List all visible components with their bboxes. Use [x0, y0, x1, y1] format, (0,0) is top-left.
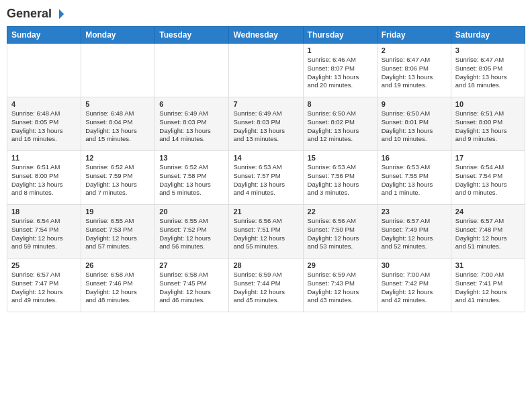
- day-number: 5: [85, 100, 150, 108]
- day-info: Sunrise: 6:49 AM Sunset: 8:03 PM Dayligh…: [233, 109, 298, 144]
- day-number: 6: [159, 100, 224, 108]
- calendar-cell: 25Sunrise: 6:57 AM Sunset: 7:47 PM Dayli…: [7, 259, 81, 312]
- calendar-cell: 27Sunrise: 6:58 AM Sunset: 7:45 PM Dayli…: [155, 259, 229, 312]
- day-number: 26: [85, 261, 150, 269]
- day-number: 21: [233, 208, 298, 216]
- logo-text: General: [7, 7, 65, 21]
- calendar-cell: 13Sunrise: 6:52 AM Sunset: 7:58 PM Dayli…: [155, 151, 229, 205]
- day-number: 31: [455, 261, 521, 269]
- day-info: Sunrise: 6:55 AM Sunset: 7:52 PM Dayligh…: [159, 217, 224, 251]
- day-info: Sunrise: 6:51 AM Sunset: 8:00 PM Dayligh…: [11, 163, 77, 197]
- calendar-cell: 14Sunrise: 6:53 AM Sunset: 7:57 PM Dayli…: [229, 151, 303, 205]
- day-info: Sunrise: 7:00 AM Sunset: 7:41 PM Dayligh…: [455, 271, 521, 305]
- calendar-cell: 1Sunrise: 6:46 AM Sunset: 8:07 PM Daylig…: [303, 44, 377, 97]
- calendar-cell: 2Sunrise: 6:47 AM Sunset: 8:06 PM Daylig…: [377, 44, 451, 97]
- day-number: 18: [11, 208, 77, 216]
- day-info: Sunrise: 6:58 AM Sunset: 7:45 PM Dayligh…: [159, 271, 224, 305]
- calendar-cell: 23Sunrise: 6:57 AM Sunset: 7:49 PM Dayli…: [377, 205, 451, 259]
- day-number: 8: [308, 100, 373, 108]
- calendar-cell: [81, 44, 155, 97]
- day-info: Sunrise: 6:46 AM Sunset: 8:07 PM Dayligh…: [308, 56, 373, 90]
- day-info: Sunrise: 6:57 AM Sunset: 7:47 PM Dayligh…: [11, 271, 77, 305]
- day-info: Sunrise: 6:53 AM Sunset: 7:56 PM Dayligh…: [308, 163, 373, 197]
- col-header-wednesday: Wednesday: [229, 27, 303, 44]
- day-info: Sunrise: 6:53 AM Sunset: 7:57 PM Dayligh…: [233, 163, 298, 197]
- day-number: 23: [382, 208, 447, 216]
- day-number: 30: [382, 261, 447, 269]
- day-info: Sunrise: 6:50 AM Sunset: 8:02 PM Dayligh…: [308, 109, 373, 144]
- col-header-sunday: Sunday: [7, 27, 81, 44]
- day-info: Sunrise: 6:56 AM Sunset: 7:51 PM Dayligh…: [233, 217, 298, 251]
- calendar-cell: 19Sunrise: 6:55 AM Sunset: 7:53 PM Dayli…: [81, 205, 155, 259]
- calendar-cell: 6Sunrise: 6:49 AM Sunset: 8:03 PM Daylig…: [155, 97, 229, 151]
- day-info: Sunrise: 6:47 AM Sunset: 8:05 PM Dayligh…: [455, 56, 521, 90]
- day-info: Sunrise: 6:56 AM Sunset: 7:50 PM Dayligh…: [308, 217, 373, 251]
- day-number: 10: [455, 100, 521, 108]
- col-header-tuesday: Tuesday: [155, 27, 229, 44]
- calendar-cell: [7, 44, 81, 97]
- calendar-cell: 21Sunrise: 6:56 AM Sunset: 7:51 PM Dayli…: [229, 205, 303, 259]
- calendar-cell: 29Sunrise: 6:59 AM Sunset: 7:43 PM Dayli…: [303, 259, 377, 312]
- day-info: Sunrise: 6:55 AM Sunset: 7:53 PM Dayligh…: [85, 217, 150, 251]
- calendar-cell: 17Sunrise: 6:54 AM Sunset: 7:54 PM Dayli…: [451, 151, 525, 205]
- calendar-cell: 8Sunrise: 6:50 AM Sunset: 8:02 PM Daylig…: [303, 97, 377, 151]
- day-number: 19: [85, 208, 150, 216]
- calendar-table: SundayMondayTuesdayWednesdayThursdayFrid…: [7, 26, 525, 312]
- day-number: 14: [233, 154, 298, 162]
- day-info: Sunrise: 6:54 AM Sunset: 7:54 PM Dayligh…: [11, 217, 77, 251]
- day-info: Sunrise: 6:57 AM Sunset: 7:49 PM Dayligh…: [382, 217, 447, 251]
- day-number: 24: [455, 208, 521, 216]
- calendar-cell: 24Sunrise: 6:57 AM Sunset: 7:48 PM Dayli…: [451, 205, 525, 259]
- calendar-cell: [229, 44, 303, 97]
- calendar-cell: 20Sunrise: 6:55 AM Sunset: 7:52 PM Dayli…: [155, 205, 229, 259]
- day-number: 7: [233, 100, 298, 108]
- calendar-cell: 3Sunrise: 6:47 AM Sunset: 8:05 PM Daylig…: [451, 44, 525, 97]
- calendar-cell: 30Sunrise: 7:00 AM Sunset: 7:42 PM Dayli…: [377, 259, 451, 312]
- calendar-cell: 18Sunrise: 6:54 AM Sunset: 7:54 PM Dayli…: [7, 205, 81, 259]
- calendar-cell: 31Sunrise: 7:00 AM Sunset: 7:41 PM Dayli…: [451, 259, 525, 312]
- col-header-friday: Friday: [377, 27, 451, 44]
- day-number: 1: [308, 46, 373, 54]
- calendar-cell: 15Sunrise: 6:53 AM Sunset: 7:56 PM Dayli…: [303, 151, 377, 205]
- day-number: 3: [455, 46, 521, 54]
- calendar-cell: 4Sunrise: 6:48 AM Sunset: 8:05 PM Daylig…: [7, 97, 81, 151]
- day-number: 27: [159, 261, 224, 269]
- day-info: Sunrise: 7:00 AM Sunset: 7:42 PM Dayligh…: [382, 271, 447, 305]
- calendar-cell: 11Sunrise: 6:51 AM Sunset: 8:00 PM Dayli…: [7, 151, 81, 205]
- day-number: 22: [308, 208, 373, 216]
- svg-marker-0: [59, 9, 64, 18]
- calendar-cell: 12Sunrise: 6:52 AM Sunset: 7:59 PM Dayli…: [81, 151, 155, 205]
- calendar-cell: [155, 44, 229, 97]
- calendar-cell: 16Sunrise: 6:53 AM Sunset: 7:55 PM Dayli…: [377, 151, 451, 205]
- calendar-cell: 26Sunrise: 6:58 AM Sunset: 7:46 PM Dayli…: [81, 259, 155, 312]
- day-info: Sunrise: 6:58 AM Sunset: 7:46 PM Dayligh…: [85, 271, 150, 305]
- day-info: Sunrise: 6:52 AM Sunset: 7:58 PM Dayligh…: [159, 163, 224, 197]
- day-number: 9: [382, 100, 447, 108]
- day-number: 2: [382, 46, 447, 54]
- col-header-thursday: Thursday: [303, 27, 377, 44]
- day-info: Sunrise: 6:50 AM Sunset: 8:01 PM Dayligh…: [382, 109, 447, 144]
- day-number: 11: [11, 154, 77, 162]
- calendar-week-row: 18Sunrise: 6:54 AM Sunset: 7:54 PM Dayli…: [7, 205, 525, 259]
- day-number: 28: [233, 261, 298, 269]
- day-info: Sunrise: 6:53 AM Sunset: 7:55 PM Dayligh…: [382, 163, 447, 197]
- col-header-saturday: Saturday: [451, 27, 525, 44]
- calendar-cell: 22Sunrise: 6:56 AM Sunset: 7:50 PM Dayli…: [303, 205, 377, 259]
- day-info: Sunrise: 6:48 AM Sunset: 8:05 PM Dayligh…: [11, 109, 77, 144]
- calendar-cell: 9Sunrise: 6:50 AM Sunset: 8:01 PM Daylig…: [377, 97, 451, 151]
- calendar-week-row: 25Sunrise: 6:57 AM Sunset: 7:47 PM Dayli…: [7, 259, 525, 312]
- calendar-cell: 28Sunrise: 6:59 AM Sunset: 7:44 PM Dayli…: [229, 259, 303, 312]
- day-info: Sunrise: 6:59 AM Sunset: 7:44 PM Dayligh…: [233, 271, 298, 305]
- calendar-week-row: 11Sunrise: 6:51 AM Sunset: 8:00 PM Dayli…: [7, 151, 525, 205]
- day-info: Sunrise: 6:47 AM Sunset: 8:06 PM Dayligh…: [382, 56, 447, 90]
- header: General: [7, 7, 525, 21]
- day-number: 15: [308, 154, 373, 162]
- calendar-header-row: SundayMondayTuesdayWednesdayThursdayFrid…: [7, 27, 525, 44]
- day-number: 29: [308, 261, 373, 269]
- logo: General: [7, 7, 65, 21]
- day-number: 4: [11, 100, 77, 108]
- day-info: Sunrise: 6:54 AM Sunset: 7:54 PM Dayligh…: [455, 163, 521, 197]
- calendar-cell: 5Sunrise: 6:48 AM Sunset: 8:04 PM Daylig…: [81, 97, 155, 151]
- logo-flag-icon: [53, 8, 65, 20]
- page: General SundayMondayTuesdayWednesdayThur…: [0, 0, 532, 411]
